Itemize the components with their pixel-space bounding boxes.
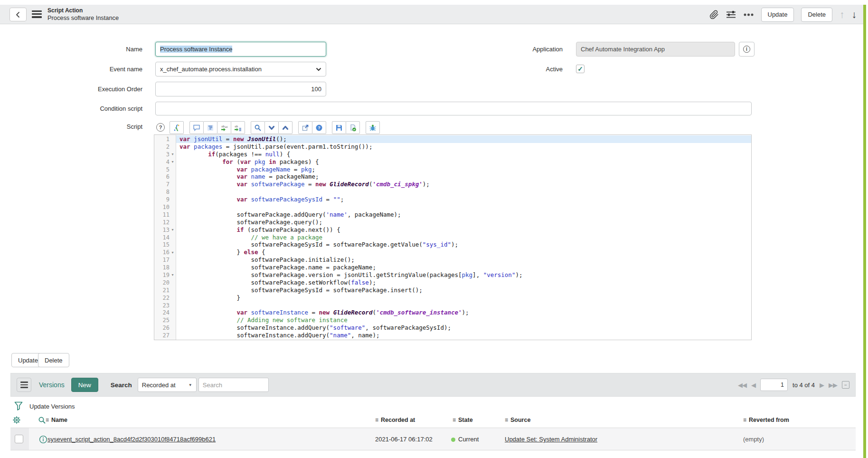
row-info-icon[interactable] <box>39 435 47 446</box>
svg-text:ab: ab <box>235 124 238 127</box>
code-line[interactable]: var jsonUtil = new JsonUtil(); <box>176 135 751 143</box>
code-line[interactable]: softwarePackage.setWorkflow(false); <box>176 279 751 286</box>
code-line[interactable]: softwareInstance.addQuery("name", name); <box>176 332 751 339</box>
replace-button[interactable]: abac <box>217 121 231 134</box>
format-code-button[interactable] <box>203 121 217 134</box>
form-context-menu-icon[interactable] <box>32 10 42 18</box>
code-line[interactable]: softwarePackageSysId = softwarePackage.g… <box>176 241 751 248</box>
code-line[interactable]: } else { <box>176 248 751 256</box>
editor-code[interactable]: var jsonUtil = new JsonUtil();var packag… <box>176 135 751 340</box>
debug-button[interactable] <box>366 121 380 134</box>
code-line[interactable]: var softwarePackage = new GlideRecord('c… <box>176 181 751 188</box>
breadcrumb-text[interactable]: Update Versions <box>29 403 75 410</box>
application-field: Chef Automate Integration App <box>576 42 735 57</box>
find-previous-button[interactable] <box>278 121 292 134</box>
previous-record-icon[interactable]: ↑ <box>840 10 845 19</box>
column-header-recorded-at[interactable]: ≡Recorded at <box>375 417 415 423</box>
search-button[interactable] <box>251 121 265 134</box>
column-header-source[interactable]: ≡Source <box>505 417 530 423</box>
list-search-icon[interactable] <box>38 416 46 426</box>
code-line[interactable]: softwarePackage.addQuery('name', package… <box>176 211 751 219</box>
new-version-button[interactable]: New <box>71 378 98 392</box>
code-line[interactable]: softwareInstance.addQuery("software", so… <box>176 324 751 332</box>
line-number: 3▾ <box>154 151 176 158</box>
footer-delete-button[interactable]: Delete <box>38 353 69 367</box>
save-button[interactable] <box>332 121 346 134</box>
previous-page-icon[interactable]: ◀ <box>751 382 755 389</box>
list-search-input[interactable] <box>198 378 269 392</box>
code-line[interactable] <box>176 188 751 196</box>
record-type-title: Script Action <box>47 7 119 14</box>
delete-button[interactable]: Delete <box>801 8 832 22</box>
code-line[interactable] <box>176 302 751 309</box>
column-header-state[interactable]: ≡State <box>453 417 473 423</box>
code-line[interactable]: if(packages !== null) { <box>176 151 751 158</box>
personalize-form-icon[interactable] <box>726 10 736 19</box>
versions-list-title[interactable]: Versions <box>39 381 65 389</box>
next-page-icon[interactable]: ▶ <box>820 382 824 389</box>
code-line[interactable]: } <box>176 294 751 302</box>
search-column-select[interactable]: Recorded at ▼ <box>138 378 197 392</box>
code-line[interactable]: var packages = jsonUtil.parse(event.parm… <box>176 143 751 151</box>
code-line[interactable]: // Adding new software instance <box>176 316 751 324</box>
toggle-comment-button[interactable] <box>189 121 204 134</box>
event-name-select[interactable]: x_chef_automate.process.installation <box>155 62 326 76</box>
version-state: Current <box>458 436 479 443</box>
code-line[interactable]: softwarePackageSysId = softwarePackage.i… <box>176 286 751 294</box>
application-info-button[interactable]: i <box>739 42 755 57</box>
attachment-icon[interactable] <box>709 10 719 19</box>
line-number: 16▾ <box>154 248 176 256</box>
column-header-reverted-from[interactable]: ≡Reverted from <box>743 417 789 423</box>
code-line[interactable]: for (var pkg in packages) { <box>176 158 751 166</box>
code-line[interactable]: softwarePackage.version = jsonUtil.getSt… <box>176 271 751 279</box>
open-in-new-window-button[interactable] <box>298 121 312 134</box>
script-help-icon[interactable]: ? <box>156 123 165 132</box>
code-line[interactable]: if (softwarePackage.next()) { <box>176 226 751 234</box>
version-source-link[interactable]: Update Set: System Administrator <box>505 436 597 443</box>
code-line[interactable]: var packageName = pkg; <box>176 166 751 173</box>
line-number: 22 <box>154 294 176 302</box>
execution-order-input[interactable] <box>155 82 326 96</box>
list-context-menu-icon[interactable] <box>17 378 31 392</box>
versions-list-header: Versions New Search Recorded at ▼ ◀◀ ◀ t… <box>10 373 856 397</box>
code-line[interactable]: var softwareInstance = new GlideRecord('… <box>176 309 751 316</box>
code-line[interactable]: var softwarePackageSysId = ""; <box>176 196 751 203</box>
first-page-icon[interactable]: ◀◀ <box>738 382 746 389</box>
last-page-icon[interactable]: ▶▶ <box>829 382 837 389</box>
version-name-link[interactable]: sysevent_script_action_8acd4f2d2f303010f… <box>47 436 216 443</box>
find-next-button[interactable] <box>264 121 279 134</box>
line-number: 23 <box>154 302 176 309</box>
script-editor[interactable]: 123▾4▾5678910111213▾141516▾171819▾202122… <box>154 134 752 340</box>
more-options-icon[interactable] <box>743 13 754 17</box>
name-input[interactable]: Process software Instance <box>155 42 326 57</box>
svg-text:?: ? <box>318 125 321 130</box>
page-number-input[interactable] <box>760 379 788 391</box>
code-line[interactable]: softwarePackage.initialize(); <box>176 256 751 264</box>
code-line[interactable]: softwarePackage.query(); <box>176 219 751 226</box>
code-line[interactable]: // we have a package <box>176 234 751 241</box>
next-record-icon[interactable]: ↓ <box>852 10 857 19</box>
column-header-name[interactable]: ≡Name <box>46 417 67 423</box>
list-settings-gear-icon[interactable] <box>12 416 21 426</box>
code-line[interactable] <box>176 203 751 211</box>
pagination-range-text: to 4 of 4 <box>793 382 815 389</box>
validate-script-button[interactable] <box>346 121 360 134</box>
script-toolbar: abacab? <box>170 121 380 134</box>
record-name-subtitle: Process software Instance <box>47 14 119 21</box>
version-reverted-from: (empty) <box>743 436 764 443</box>
update-button[interactable]: Update <box>761 8 794 22</box>
back-button[interactable] <box>9 8 27 21</box>
filter-funnel-icon[interactable] <box>14 401 23 411</box>
code-line[interactable]: var name = packageName; <box>176 173 751 181</box>
help-button[interactable]: ? <box>312 121 326 134</box>
code-line[interactable]: softwarePackage.name = packageName; <box>176 264 751 271</box>
row-checkbox[interactable] <box>15 435 23 443</box>
line-number: 18 <box>154 264 176 271</box>
syntax-highlight-button[interactable] <box>170 121 184 134</box>
active-checkbox[interactable]: ✓ <box>576 65 585 73</box>
condition-script-input[interactable] <box>155 102 752 115</box>
collapse-list-icon[interactable]: − <box>842 381 849 389</box>
replace-all-button[interactable]: ab <box>231 121 245 134</box>
line-number: 12 <box>154 219 176 226</box>
version-recorded-at: 2021-06-17 06:17:02 <box>375 436 433 443</box>
